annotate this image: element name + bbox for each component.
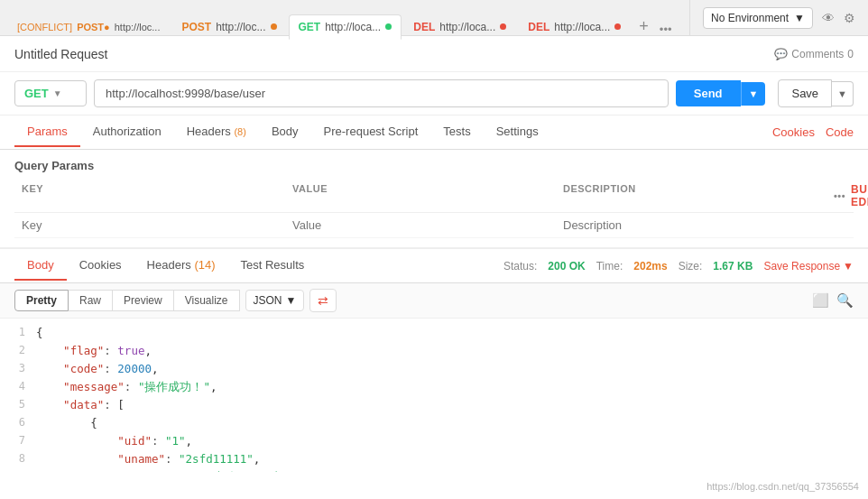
env-chevron-icon: ▼ (794, 12, 805, 24)
json-line-1: 1 { (0, 324, 868, 342)
format-type-selector[interactable]: JSON ▼ (245, 290, 305, 311)
gear-icon[interactable]: ⚙ (844, 11, 855, 25)
comment-icon: 💬 (774, 48, 788, 60)
wrap-button[interactable]: ⇄ (309, 289, 337, 312)
format-pretty[interactable]: Pretty (14, 290, 69, 311)
cookies-link[interactable]: Cookies (772, 125, 815, 139)
json-line-6: 6 { (0, 414, 868, 432)
tab-del2[interactable]: DEL http://loca... (518, 14, 631, 40)
json-line-5: 5 "data": [ (0, 396, 868, 414)
url-bar: GET ▼ Send ▼ Save ▼ (0, 72, 868, 116)
save-btn-group: Save ▼ (778, 79, 854, 107)
request-title-bar: Untitled Request 💬 Comments 0 (0, 36, 868, 72)
json-line-4: 4 "message": "操作成功！", (0, 378, 868, 396)
comments-count: 0 (847, 48, 854, 60)
add-tab-button[interactable]: + (634, 17, 653, 36)
tab-url-conflict: http://loc... (115, 22, 161, 32)
tab-bar: [CONFLICT] POST● http://loc... POST http… (0, 0, 868, 36)
save-button[interactable]: Save (778, 79, 832, 107)
tab-url-del2: http://loca... (554, 21, 610, 33)
desc-input[interactable] (563, 218, 819, 232)
json-line-8: 8 "uname": "2sfd11111", (0, 450, 868, 468)
resp-tab-test-results[interactable]: Test Results (228, 251, 318, 281)
response-section: Body Cookies Headers (14) Test Results S… (0, 247, 868, 472)
tab-method-post: POST● (77, 22, 110, 32)
method-chevron-icon: ▼ (53, 88, 62, 98)
format-type-label: JSON (254, 294, 282, 307)
tab-url-get1: http://loca... (325, 21, 381, 33)
response-tabs-bar: Body Cookies Headers (14) Test Results S… (0, 249, 868, 283)
tab-authorization[interactable]: Authorization (80, 117, 174, 147)
bulk-edit-button[interactable]: Bulk Edit (851, 183, 868, 208)
save-dropdown-button[interactable]: ▼ (832, 81, 854, 106)
tab-prerequest[interactable]: Pre-request Script (311, 117, 431, 147)
query-params-title: Query Params (14, 159, 854, 172)
watermark: https://blog.csdn.net/qq_37356554 (706, 481, 859, 492)
tab-method-post1: POST (181, 21, 211, 33)
request-tabs: Params Authorization Headers (8) Body Pr… (0, 116, 868, 150)
search-button[interactable]: 🔍 (836, 292, 854, 309)
format-visualize[interactable]: Visualize (174, 290, 240, 311)
method-selector[interactable]: GET ▼ (14, 80, 87, 106)
status-label: Status: (503, 260, 537, 273)
size-value: 1.67 KB (713, 260, 753, 273)
json-line-2: 2 "flag": true, (0, 342, 868, 360)
tab-url-del1: http://loca... (439, 21, 495, 33)
format-preview[interactable]: Preview (113, 290, 174, 311)
format-type-chevron-icon: ▼ (286, 294, 297, 307)
more-tabs-button[interactable]: ••• (655, 23, 677, 36)
params-header: KEY VALUE DESCRIPTION ••• Bulk Edit (14, 180, 854, 213)
col-value: VALUE (285, 180, 556, 213)
headers-badge: (8) (234, 126, 245, 137)
tab-body[interactable]: Body (259, 117, 311, 147)
tab-url-post1: http://loc... (216, 21, 265, 33)
tab-method-get1: GET (299, 21, 321, 33)
tab-dot-del2 (614, 23, 621, 30)
url-input[interactable] (94, 79, 669, 107)
tab-settings[interactable]: Settings (484, 117, 551, 147)
send-dropdown-button[interactable]: ▼ (741, 82, 766, 106)
value-input[interactable] (292, 218, 549, 232)
tab-del1[interactable]: DEL http://loca... (403, 14, 516, 40)
send-button[interactable]: Send (676, 80, 741, 106)
env-controls: No Environment ▼ 👁 ⚙ (689, 0, 868, 35)
key-input[interactable] (22, 218, 278, 232)
tab-get1[interactable]: GET http://loca... (289, 14, 402, 40)
json-line-9: 9 "unickname": "大哈11111皮", (0, 468, 868, 472)
params-more-button[interactable]: ••• (834, 190, 845, 201)
env-selector[interactable]: No Environment ▼ (703, 7, 813, 29)
params-table: KEY VALUE DESCRIPTION ••• Bulk Edit (14, 180, 854, 238)
copy-button[interactable]: ⬜ (812, 292, 829, 309)
resp-tab-body[interactable]: Body (14, 251, 67, 281)
save-response-label: Save Response (763, 260, 840, 273)
table-row (14, 213, 854, 238)
col-key: KEY (14, 180, 285, 213)
save-response-button[interactable]: Save Response ▼ (763, 260, 854, 273)
tab-dot-del1 (500, 23, 506, 30)
tab-post1[interactable]: POST http://loc... (171, 14, 286, 40)
comments-button[interactable]: 💬 Comments 0 (774, 48, 854, 60)
status-value: 200 OK (548, 260, 585, 273)
method-value: GET (24, 87, 49, 100)
json-line-3: 3 "code": 20000, (0, 360, 868, 378)
save-response-chevron-icon: ▼ (843, 260, 854, 273)
resp-headers-badge: (14) (194, 258, 215, 272)
resp-tab-headers[interactable]: Headers (14) (134, 251, 228, 281)
tab-headers[interactable]: Headers (8) (174, 117, 259, 147)
tab-method-del1: DEL (413, 21, 435, 33)
col-description: DESCRIPTION (556, 180, 826, 213)
size-label: Size: (679, 260, 703, 273)
code-link[interactable]: Code (826, 125, 854, 139)
format-raw[interactable]: Raw (69, 290, 113, 311)
wrap-icon: ⇄ (318, 293, 328, 308)
json-content: 1 { 2 "flag": true, 3 "code": 20000, 4 "… (0, 319, 868, 472)
tab-dot-post1 (271, 23, 277, 30)
eye-icon[interactable]: 👁 (822, 11, 835, 25)
tab-conflict[interactable]: [CONFLICT] POST● http://loc... (7, 14, 170, 40)
send-btn-group: Send ▼ (676, 80, 766, 106)
tab-tests[interactable]: Tests (430, 117, 483, 147)
tab-params[interactable]: Params (14, 117, 80, 147)
response-meta: Status: 200 OK Time: 202ms Size: 1.67 KB… (503, 260, 854, 273)
time-label: Time: (596, 260, 623, 273)
resp-tab-cookies[interactable]: Cookies (67, 251, 134, 281)
